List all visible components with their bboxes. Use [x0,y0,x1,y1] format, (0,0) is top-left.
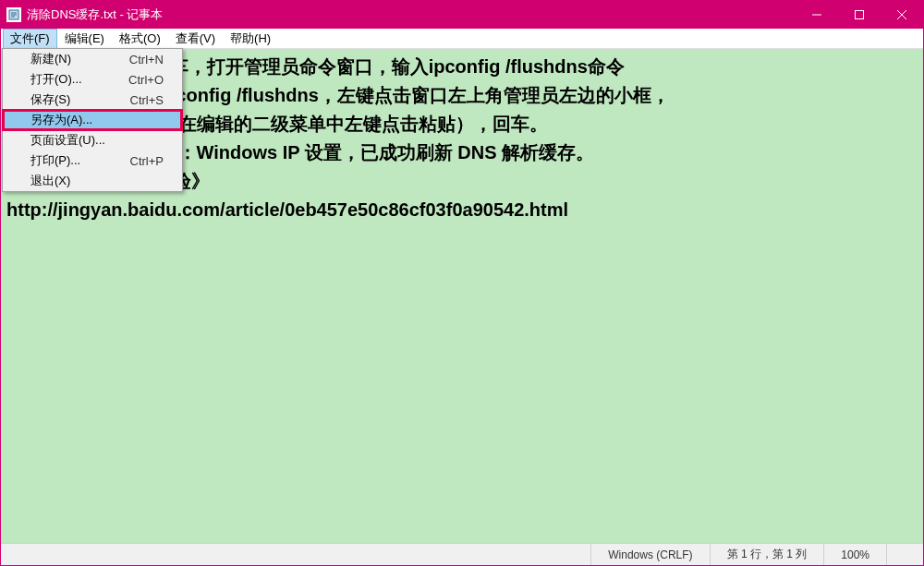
dropdown-item-shortcut: Ctrl+N [129,53,164,66]
dropdown-item-label: 保存(S) [30,91,130,108]
statusbar: Windows (CRLF) 第 1 行，第 1 列 100% [1,543,923,565]
dropdown-item-shortcut: Ctrl+S [130,93,164,107]
dropdown-item-label: 页面设置(U)... [30,132,164,149]
dropdown-item-label: 打开(O)... [30,71,128,88]
dropdown-item-1[interactable]: 打开(O)...Ctrl+O [3,69,182,90]
file-menu-dropdown: 新建(N)Ctrl+N打开(O)...Ctrl+O保存(S)Ctrl+S另存为(… [2,48,183,192]
dropdown-item-label: 另存为(A)... [30,112,164,128]
dropdown-item-label: 打印(P)... [30,152,130,169]
menu-item-0[interactable]: 文件(F) [3,29,57,49]
dropdown-item-shortcut: Ctrl+P [130,154,164,168]
dropdown-item-5[interactable]: 打印(P)...Ctrl+P [3,151,182,171]
window-title: 清除DNS缓存.txt - 记事本 [27,6,796,23]
dropdown-item-0[interactable]: 新建(N)Ctrl+N [3,49,182,69]
dropdown-item-label: 退出(X) [30,173,164,189]
menu-item-3[interactable]: 查看(V) [168,29,223,49]
menu-item-4[interactable]: 帮助(H) [223,29,278,49]
dropdown-item-3[interactable]: 另存为(A)... [3,110,182,130]
status-encoding: Windows (CRLF) [590,544,709,565]
maximize-button[interactable] [838,1,881,29]
svg-rect-5 [856,11,864,19]
menu-item-2[interactable]: 格式(O) [112,29,168,49]
status-zoom: 100% [823,544,886,565]
close-button[interactable] [881,1,923,29]
minimize-button[interactable] [796,1,838,29]
titlebar[interactable]: 清除DNS缓存.txt - 记事本 [1,1,923,29]
window-controls [796,1,923,29]
dropdown-item-4[interactable]: 页面设置(U)... [3,130,182,151]
app-icon [6,7,21,22]
menu-item-1[interactable]: 编辑(E) [57,29,112,49]
dropdown-item-label: 新建(N) [30,51,129,67]
dropdown-item-2[interactable]: 保存(S)Ctrl+S [3,90,182,110]
menubar: 文件(F)编辑(E)格式(O)查看(V)帮助(H) [1,29,923,49]
dropdown-item-6[interactable]: 退出(X) [3,171,182,191]
dropdown-item-shortcut: Ctrl+O [128,73,164,87]
status-position: 第 1 行，第 1 列 [710,544,824,565]
